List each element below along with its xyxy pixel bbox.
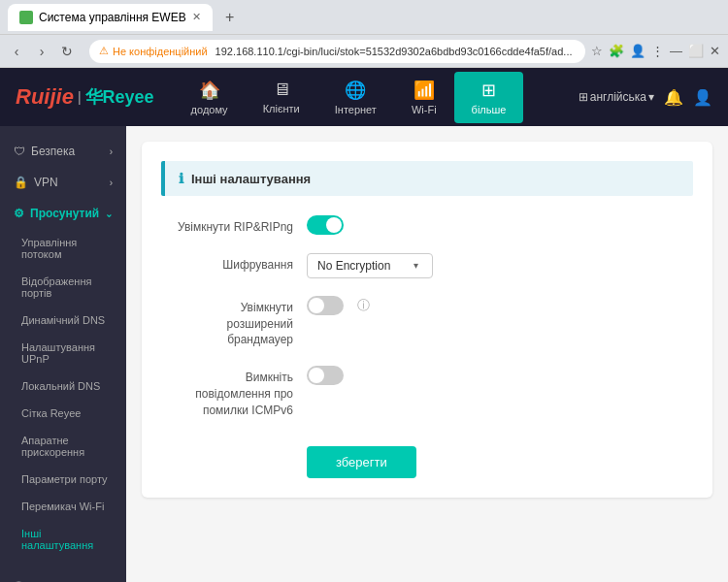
- rip-label: Увімкнути RIP&RIPng: [161, 215, 307, 236]
- nav-home-label: додому: [191, 104, 228, 115]
- encryption-select-wrapper: No Encryption MD5 SHA1 ▾: [307, 253, 418, 278]
- card-header: ℹ Інші налаштування: [161, 161, 693, 196]
- user-icon[interactable]: 👤: [693, 88, 712, 107]
- card-title: Інші налаштування: [191, 172, 311, 186]
- sidebar-item-port-display[interactable]: Відображення портів: [0, 268, 126, 307]
- encryption-label: Шифрування: [161, 253, 307, 274]
- sidebar-item-upnp[interactable]: Налаштування UPnP: [0, 334, 126, 372]
- sidebar-item-vpn[interactable]: 🔒 VPN ›: [0, 167, 126, 198]
- icmp-toggle[interactable]: [307, 366, 344, 385]
- vpn-chevron-icon: ›: [110, 178, 113, 188]
- notification-icon[interactable]: 🔔: [664, 88, 683, 107]
- reyee-mesh-label: Сітка Reyee: [21, 407, 81, 419]
- more-icon: ⊞: [481, 80, 496, 101]
- wifi-switch-label: Перемикач Wi-Fi: [21, 501, 104, 512]
- icmp-form-row: Вимкніть повідомлення про помилки ICMPv6: [161, 366, 693, 418]
- internet-icon: 🌐: [345, 80, 366, 101]
- nav-clients-label: Клієнти: [263, 103, 300, 114]
- firewall-label: Увімкнути розширений брандмауер: [161, 296, 307, 348]
- forward-button[interactable]: ›: [33, 43, 50, 60]
- nav-home[interactable]: 🏠 додому: [174, 72, 246, 123]
- sidebar-item-local-dns[interactable]: Локальний DNS: [0, 372, 126, 400]
- wifi-icon: 📶: [414, 80, 435, 101]
- sidebar-item-port-params[interactable]: Параметри порту: [0, 466, 126, 493]
- tab-close-button[interactable]: ✕: [192, 11, 201, 23]
- firewall-toggle-control: ⓘ: [307, 296, 693, 315]
- nav-internet-label: Інтернет: [335, 104, 377, 115]
- advanced-chevron-icon: ⌄: [105, 209, 113, 219]
- nav-internet[interactable]: 🌐 Інтернет: [317, 72, 394, 123]
- nav-more[interactable]: ⊞ більше: [454, 72, 524, 123]
- sidebar-security-label: Безпека: [31, 145, 75, 158]
- browser-actions: ☆ 🧩 👤 ⋮ — ⬜ ✕: [591, 44, 720, 58]
- firewall-form-row: Увімкнути розширений брандмауер ⓘ: [161, 296, 693, 348]
- save-button[interactable]: зберегти: [307, 446, 416, 478]
- qr-icon: ⊞: [579, 90, 588, 104]
- sidebar-vpn-label: VPN: [34, 176, 58, 189]
- tab-title: Система управління EWEB: [39, 11, 186, 24]
- port-params-label: Параметри порту: [21, 473, 108, 485]
- home-icon: 🏠: [199, 80, 220, 101]
- content-card: ℹ Інші налаштування Увімкнути RIP&RIPng: [142, 142, 712, 498]
- sidebar-item-diagnostics[interactable]: 🔍 діагностика ›: [0, 572, 126, 582]
- security-chevron-icon: ›: [110, 146, 113, 157]
- icmp-toggle-control: [307, 366, 693, 385]
- top-navigation: Ruijie | 华Reyee 🏠 додому 🖥 Клієнти 🌐 Інт…: [0, 68, 728, 126]
- save-row: зберегти: [161, 436, 693, 478]
- sidebar-item-security[interactable]: 🛡 Безпека ›: [0, 136, 126, 167]
- logo-reyee: 华Reyee: [85, 85, 154, 109]
- restore-icon[interactable]: ⬜: [688, 44, 704, 58]
- sidebar-item-other-settings[interactable]: Інші налаштування: [0, 520, 126, 559]
- menu-icon[interactable]: ⋮: [651, 44, 664, 58]
- extension-icon[interactable]: 🧩: [609, 44, 624, 58]
- sidebar-section-bottom: 🔍 діагностика › 💾 система ›: [0, 572, 126, 582]
- sidebar-item-dynamic-dns[interactable]: Динамічний DNS: [0, 307, 126, 334]
- language-label: англійська: [590, 90, 646, 104]
- back-button[interactable]: ‹: [8, 43, 25, 60]
- encryption-select[interactable]: No Encryption MD5 SHA1: [307, 253, 433, 278]
- firewall-help-icon[interactable]: ⓘ: [357, 297, 370, 314]
- local-dns-label: Локальний DNS: [21, 380, 100, 392]
- browser-titlebar: Система управління EWEB ✕ +: [0, 0, 728, 35]
- sidebar-item-hw-accel[interactable]: Апаратне прискорення: [0, 427, 126, 466]
- nav-wifi[interactable]: 📶 Wi-Fi: [394, 72, 454, 123]
- dynamic-dns-label: Динамічний DNS: [21, 314, 105, 326]
- sidebar-item-advanced[interactable]: ⚙ Просунутий ⌄: [0, 198, 126, 229]
- rip-toggle-slider: [307, 215, 344, 235]
- minimize-icon[interactable]: —: [670, 44, 682, 58]
- upnp-label: Налаштування UPnP: [21, 341, 95, 365]
- browser-tab[interactable]: Система управління EWEB ✕: [8, 4, 213, 31]
- logo-text: Ruijie: [16, 84, 74, 110]
- nav-items: 🏠 додому 🖥 Клієнти 🌐 Інтернет 📶 Wi-Fi ⊞ …: [174, 72, 579, 123]
- reload-button[interactable]: ↻: [58, 43, 76, 60]
- address-bar-row: ‹ › ↻ ⚠ Не конфіденційний 192.168.110.1/…: [0, 35, 728, 68]
- vpn-icon: 🔒: [14, 176, 28, 189]
- rip-toggle[interactable]: [307, 215, 344, 235]
- encryption-control: No Encryption MD5 SHA1 ▾: [307, 253, 693, 278]
- tab-favicon: [19, 11, 33, 24]
- main-area: 🛡 Безпека › 🔒 VPN › ⚙ Просунутий ⌄ Управ…: [0, 126, 728, 582]
- nav-clients[interactable]: 🖥 Клієнти: [246, 72, 317, 122]
- port-display-label: Відображення портів: [21, 275, 91, 299]
- firewall-toggle[interactable]: [307, 296, 344, 315]
- bookmark-icon[interactable]: ☆: [591, 44, 603, 58]
- sidebar-advanced-label: Просунутий: [30, 207, 99, 220]
- language-button[interactable]: ⊞ англійська ▾: [579, 90, 654, 104]
- sidebar-item-flow-control[interactable]: Управління потоком: [0, 229, 126, 268]
- sidebar: 🛡 Безпека › 🔒 VPN › ⚙ Просунутий ⌄ Управ…: [0, 126, 126, 582]
- address-bar[interactable]: ⚠ Не конфіденційний 192.168.110.1/cgi-bi…: [89, 40, 585, 63]
- chevron-down-icon: ▾: [648, 90, 654, 104]
- close-window-icon[interactable]: ✕: [710, 44, 720, 58]
- account-icon[interactable]: 👤: [630, 44, 645, 58]
- app-logo: Ruijie | 华Reyee: [16, 84, 154, 110]
- flow-control-label: Управління потоком: [21, 237, 77, 260]
- new-tab-button[interactable]: +: [218, 6, 242, 29]
- insecure-icon: ⚠: [99, 45, 109, 57]
- logo-separator: |: [78, 89, 82, 105]
- sidebar-item-wifi-switch[interactable]: Перемикач Wi-Fi: [0, 493, 126, 520]
- info-icon: ℹ: [179, 171, 183, 186]
- security-icon: 🛡: [14, 145, 25, 158]
- rip-form-row: Увімкнути RIP&RIPng: [161, 215, 693, 236]
- icmp-label: Вимкніть повідомлення про помилки ICMPv6: [161, 366, 307, 418]
- sidebar-item-reyee-mesh[interactable]: Сітка Reyee: [0, 400, 126, 427]
